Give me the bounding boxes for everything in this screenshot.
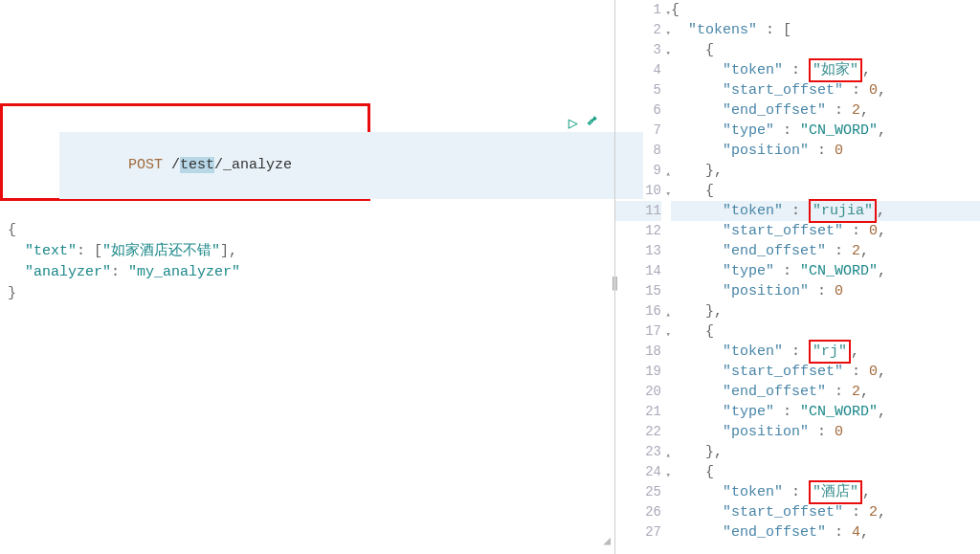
path-selection[interactable]: test (180, 157, 214, 173)
response-code[interactable]: { "tokens" : [ { "token" : "如家", "start_… (671, 0, 980, 554)
wrench-icon[interactable] (586, 113, 601, 133)
request-actions: ▷ (568, 113, 601, 133)
request-code[interactable]: POST /test/_analyze { "text": ["如家酒店还不错"… (8, 111, 607, 304)
highlight-token-2: "rujia" (809, 199, 877, 223)
highlight-token-3: "rj" (809, 340, 851, 364)
response-panel: 1▾ 2▾ 3▾ 4 5 6 7 8 9▴ 10▾ 11 12 13 14 15… (615, 0, 980, 554)
http-method: POST (128, 157, 163, 173)
run-icon[interactable]: ▷ (568, 113, 578, 133)
line-gutter: 1▾ 2▾ 3▾ 4 5 6 7 8 9▴ 10▾ 11 12 13 14 15… (615, 0, 671, 554)
highlight-token-1: "如家" (809, 58, 862, 82)
request-editor-panel[interactable]: POST /test/_analyze { "text": ["如家酒店还不错"… (0, 0, 614, 554)
highlight-token-4: "酒店" (809, 480, 862, 504)
resize-grip-icon[interactable]: ◢ (603, 533, 611, 548)
